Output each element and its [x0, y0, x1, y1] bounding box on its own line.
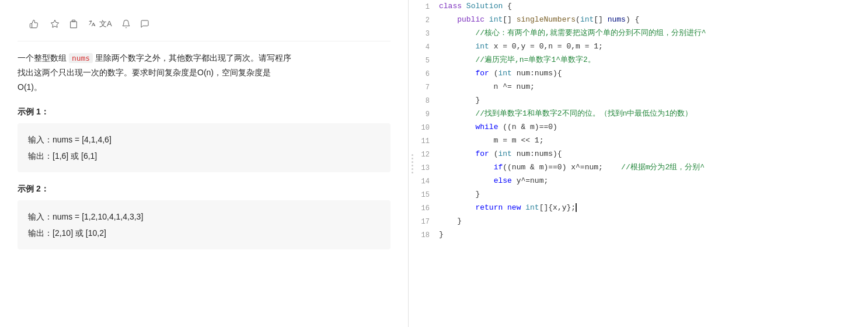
- line-number-3: 3: [416, 27, 439, 40]
- line-content-14: else y^=num;: [439, 175, 868, 187]
- code-editor[interactable]: 1 class Solution { 2 public int[] single…: [416, 0, 868, 327]
- difficulty-label: [18, 20, 20, 29]
- code-line-2: 2 public int[] singleNumbers(int[] nums)…: [416, 13, 868, 27]
- bell-icon: [121, 19, 131, 29]
- line-number-17: 17: [416, 215, 439, 228]
- code-line-6: 6 for (int num:nums){: [416, 67, 868, 81]
- line-number-9: 9: [416, 107, 439, 121]
- example-2-output: 输出：[2,10] 或 [10,2]: [28, 225, 380, 241]
- code-line-17: 17 }: [416, 215, 868, 228]
- resizer-dot: [412, 165, 413, 166]
- code-line-1: 1 class Solution {: [416, 0, 868, 13]
- line-content-1: class Solution {: [439, 0, 868, 13]
- line-content-6: for (int num:nums){: [439, 67, 868, 80]
- line-number-6: 6: [416, 67, 439, 81]
- line-number-14: 14: [416, 175, 439, 188]
- line-number-4: 4: [416, 40, 439, 54]
- line-content-17: }: [439, 215, 868, 228]
- line-number-1: 1: [416, 0, 439, 13]
- left-panel: 文A 一个整型数组 nums 里除两个数字之外，其他数字都出现了两次。请写程序找…: [0, 0, 409, 327]
- translate-icon: [88, 19, 97, 29]
- line-number-16: 16: [416, 201, 439, 215]
- code-line-16: 16 return new int[]{x,y};: [416, 201, 868, 215]
- bell-button[interactable]: [121, 19, 131, 29]
- star-button[interactable]: [50, 19, 60, 29]
- line-number-7: 7: [416, 81, 439, 94]
- line-number-18: 18: [416, 228, 439, 242]
- resizer-dot: [412, 161, 413, 163]
- code-line-18: 18 }: [416, 228, 868, 242]
- line-number-15: 15: [416, 188, 439, 201]
- resizer-dot: [412, 154, 413, 156]
- like-button[interactable]: [29, 19, 41, 29]
- line-content-3: //核心：有两个单的,就需要把这两个单的分到不同的组，分别进行^: [439, 27, 868, 40]
- code-line-9: 9 //找到单数字1和单数字2不同的位。（找到n中最低位为1的数）: [416, 107, 868, 121]
- code-line-13: 13 if((num & m)==0) x^=num; //根据m分为2组，分别…: [416, 161, 868, 175]
- line-number-13: 13: [416, 161, 439, 175]
- code-line-3: 3 //核心：有两个单的,就需要把这两个单的分到不同的组，分别进行^: [416, 27, 868, 40]
- thumbs-up-icon: [29, 19, 39, 29]
- code-line-15: 15 }: [416, 188, 868, 201]
- divider: [18, 41, 391, 41]
- code-line-12: 12 for (int num:nums){: [416, 148, 868, 161]
- share-icon: [69, 19, 78, 29]
- example-2-input: 输入：nums = [1,2,10,4,1,4,3,3]: [28, 208, 380, 225]
- resizer-dot: [412, 172, 413, 173]
- line-number-5: 5: [416, 54, 439, 67]
- line-number-11: 11: [416, 134, 439, 148]
- share-button[interactable]: [69, 19, 78, 29]
- line-content-15: }: [439, 188, 868, 201]
- code-line-7: 7 n ^= num;: [416, 81, 868, 94]
- resizer-dot: [412, 168, 413, 170]
- example-1-box: 输入：nums = [4,1,4,6] 输出：[1,6] 或 [6,1]: [18, 123, 391, 172]
- line-content-5: //遍历完毕,n=单数字1^单数字2。: [439, 54, 868, 67]
- code-line-4: 4 int x = 0,y = 0,n = 0,m = 1;: [416, 40, 868, 54]
- line-number-8: 8: [416, 94, 439, 107]
- code-line-11: 11 m = m << 1;: [416, 134, 868, 148]
- code-line-10: 10 while ((n & m)==0): [416, 121, 868, 134]
- inline-code-nums: nums: [69, 53, 93, 63]
- meta-row: 文A: [18, 19, 391, 29]
- line-content-4: int x = 0,y = 0,n = 0,m = 1;: [439, 40, 868, 53]
- line-content-12: for (int num:nums){: [439, 148, 868, 161]
- comment-icon: [140, 19, 149, 29]
- resizer-dot: [412, 158, 413, 159]
- line-content-2: public int[] singleNumbers(int[] nums) {: [439, 13, 868, 26]
- example-1-input: 输入：nums = [4,1,4,6]: [28, 131, 380, 148]
- line-content-10: while ((n & m)==0): [439, 121, 868, 134]
- line-content-11: m = m << 1;: [439, 134, 868, 147]
- code-line-5: 5 //遍历完毕,n=单数字1^单数字2。: [416, 54, 868, 67]
- example-2-box: 输入：nums = [1,2,10,4,1,4,3,3] 输出：[2,10] 或…: [18, 200, 391, 249]
- line-number-10: 10: [416, 121, 439, 134]
- line-content-9: //找到单数字1和单数字2不同的位。（找到n中最低位为1的数）: [439, 107, 868, 120]
- code-line-14: 14 else y^=num;: [416, 175, 868, 188]
- example-1-title: 示例 1：: [18, 107, 391, 117]
- example-1-output: 输出：[1,6] 或 [6,1]: [28, 148, 380, 164]
- line-number-2: 2: [416, 13, 439, 27]
- code-line-8: 8 }: [416, 94, 868, 107]
- translate-button[interactable]: 文A: [88, 19, 112, 29]
- star-icon: [50, 19, 60, 29]
- svg-marker-0: [51, 20, 58, 27]
- line-content-8: }: [439, 94, 868, 107]
- line-content-16: return new int[]{x,y};: [439, 201, 868, 214]
- example-2-title: 示例 2：: [18, 184, 391, 194]
- line-content-18: }: [439, 228, 868, 241]
- panel-resizer[interactable]: [409, 0, 416, 327]
- comment-button[interactable]: [140, 19, 149, 29]
- line-content-13: if((num & m)==0) x^=num; //根据m分为2组，分别^: [439, 161, 868, 174]
- code-container: 1 class Solution { 2 public int[] single…: [416, 0, 868, 242]
- line-content-7: n ^= num;: [439, 81, 868, 93]
- line-number-12: 12: [416, 148, 439, 161]
- problem-description: 一个整型数组 nums 里除两个数字之外，其他数字都出现了两次。请写程序找出这两…: [18, 51, 391, 95]
